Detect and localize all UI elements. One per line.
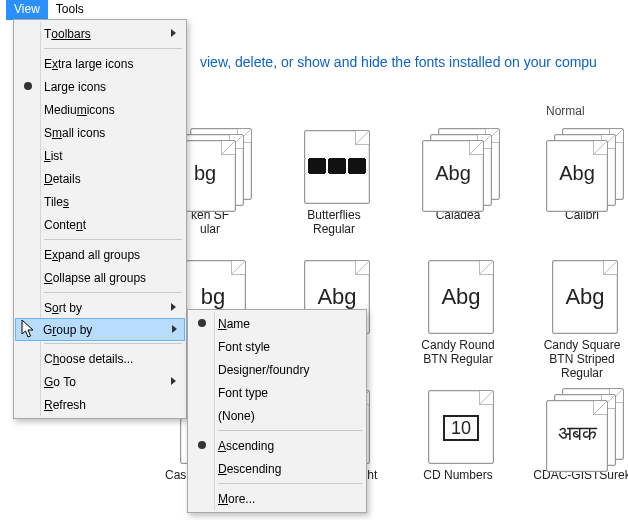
font-thumb: Abg (416, 258, 500, 336)
menu-expand-all[interactable]: Expand all groups (16, 243, 184, 266)
font-caption: Candy RoundBTN Regular (421, 338, 494, 366)
font-thumb (292, 128, 376, 206)
menubar: View Tools (0, 0, 628, 20)
font-sample: Abg (546, 162, 608, 185)
chevron-right-icon (171, 377, 176, 385)
group-header: Normal (546, 104, 585, 118)
font-sample: bg (180, 284, 246, 310)
submenu-designer[interactable]: Designer/foundry (190, 358, 364, 381)
font-sample: Abg (428, 284, 494, 310)
font-sample: अबक (546, 422, 608, 445)
font-caption: ButterfliesRegular (307, 208, 360, 236)
chevron-right-icon (171, 29, 176, 37)
font-item[interactable]: अबकCDAC-GISTSurek (522, 388, 628, 518)
menu-tools[interactable]: Tools (48, 0, 92, 20)
menu-sort-by[interactable]: Sort by (16, 296, 184, 319)
font-item[interactable]: 10CD Numbers (398, 388, 518, 518)
menu-list[interactable]: List (16, 144, 184, 167)
chevron-right-icon (172, 325, 177, 333)
bullet-icon (24, 82, 32, 90)
header-description: view, delete, or show and hide the fonts… (200, 54, 597, 70)
chevron-right-icon (171, 303, 176, 311)
submenu-more[interactable]: More... (190, 487, 364, 510)
menu-content[interactable]: Content (16, 213, 184, 236)
submenu-none[interactable]: (None) (190, 404, 364, 427)
view-dropdown: Toolbars Exxtra large iconstra large ico… (13, 19, 187, 419)
font-sample: 10 (428, 414, 494, 441)
font-sample: Abg (304, 284, 370, 310)
menu-toolbars[interactable]: Toolbars (16, 22, 184, 45)
submenu-name[interactable]: Name (190, 312, 364, 335)
menu-refresh[interactable]: Refresh (16, 393, 184, 416)
submenu-descending[interactable]: Descending (190, 457, 364, 480)
font-thumb: Abg (540, 258, 624, 336)
font-thumb: 10 (416, 388, 500, 466)
menu-go-to[interactable]: Go To (16, 370, 184, 393)
font-sample (304, 154, 370, 180)
bullet-icon (198, 319, 206, 327)
font-thumb: Abg (540, 128, 624, 206)
font-item[interactable]: AbgCandy SquareBTN StripedRegular (522, 258, 628, 388)
submenu-font-type[interactable]: Font type (190, 381, 364, 404)
font-caption: CD Numbers (423, 468, 492, 482)
font-thumb: अबक (540, 388, 624, 466)
font-sample: Abg (552, 284, 618, 310)
menu-view[interactable]: View (6, 0, 48, 20)
font-item[interactable]: AbgCaladea (398, 128, 518, 258)
font-sample: Abg (422, 162, 484, 185)
font-item[interactable]: AbgCalibri (522, 128, 628, 258)
menu-large-icons[interactable]: Large icons (16, 75, 184, 98)
cursor-icon (21, 319, 37, 339)
menu-tiles[interactable]: Tiles (16, 190, 184, 213)
menu-extra-large-icons[interactable]: Exxtra large iconstra large icons (16, 52, 184, 75)
menu-details[interactable]: Details (16, 167, 184, 190)
menu-choose-details[interactable]: Choose details... (16, 347, 184, 370)
group-by-submenu: Name Font style Designer/foundry Font ty… (187, 309, 367, 513)
bullet-icon (198, 441, 206, 449)
menu-medium-icons[interactable]: Medium icons (16, 98, 184, 121)
font-caption: Candy SquareBTN StripedRegular (544, 338, 621, 380)
font-caption: ken SFular (191, 208, 229, 236)
menu-small-icons[interactable]: Small icons (16, 121, 184, 144)
submenu-font-style[interactable]: Font style (190, 335, 364, 358)
menu-group-by[interactable]: Group by (15, 318, 185, 341)
font-item[interactable]: AbgCandy RoundBTN Regular (398, 258, 518, 388)
font-thumb: Abg (416, 128, 500, 206)
submenu-ascending[interactable]: Ascending (190, 434, 364, 457)
menu-collapse-all[interactable]: Collapse all groups (16, 266, 184, 289)
font-item[interactable]: ButterfliesRegular (274, 128, 394, 258)
